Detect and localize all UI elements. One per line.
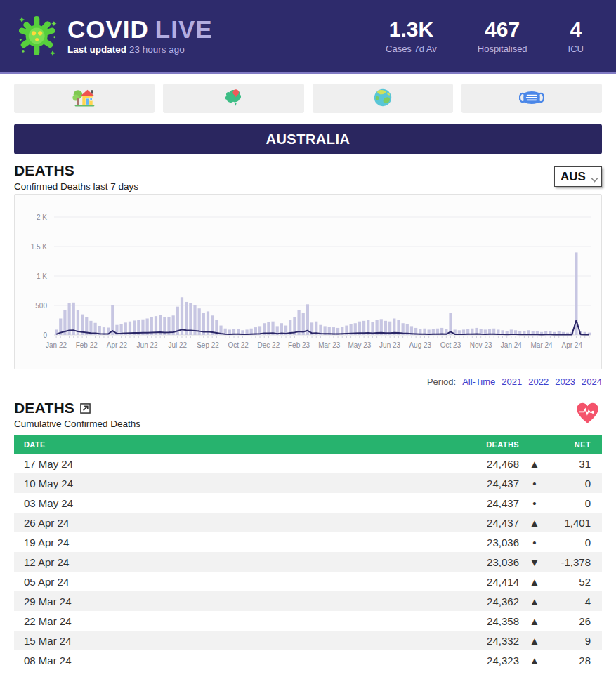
table-row[interactable]: 22 Mar 2424,358▲26 [14,611,602,631]
face-mask-icon [519,89,544,108]
popup-icon[interactable] [80,403,91,414]
cell-net: 31 [550,454,602,473]
x-axis-tick-label: Feb 22 [76,341,98,349]
column-header-deaths[interactable]: DEATHS [339,435,519,454]
period-link-2023[interactable]: 2023 [555,376,575,387]
deaths-chart: 05001 K1.5 K2 KJan 22Feb 22Apr 22Jun 22J… [14,194,602,369]
cell-date: 19 Apr 24 [14,532,339,552]
cell-net: 0 [550,493,602,513]
chart-section-subtitle: Confirmed Deaths last 7 days [14,181,602,192]
x-axis-tick-label: Nov 23 [470,341,492,349]
table-row[interactable]: 26 Apr 2424,437▲1,401 [14,513,602,532]
cell-net: 28 [550,650,602,670]
table-row[interactable]: 08 Mar 2424,323▲28 [14,650,602,670]
cell-date: 08 Mar 24 [14,650,339,670]
table-section-subtitle: Cumulative Confirmed Deaths [14,419,602,429]
last-updated-label: Last updated [67,44,126,55]
region-select[interactable]: AUS [554,166,602,187]
cell-deaths: 24,414 [339,572,519,591]
x-axis-tick-label: Jun 22 [137,341,158,349]
x-axis-tick-label: Oct 23 [440,341,461,349]
stat-value: 1.3K [386,18,437,41]
header-stats: 1.3KCases 7d Av467Hospitalised4ICU [386,18,616,54]
header-stat-icu: 4ICU [568,18,584,54]
column-header-net[interactable]: NET [519,435,602,454]
x-axis-tick-label: Feb 23 [288,341,310,349]
trend-up-icon: ▲ [519,650,550,670]
cell-net: 52 [550,572,602,591]
x-axis-tick-label: Sep 22 [197,341,219,349]
cell-net: 9 [550,631,602,650]
table-row[interactable]: 17 May 2424,468▲31 [14,454,602,473]
cell-net: 26 [550,611,602,631]
nav-button-home[interactable] [14,84,155,113]
region-banner-label: AUSTRALIA [266,131,350,147]
stat-label: Cases 7d Av [386,44,437,54]
australia-map-icon [221,87,245,110]
cell-deaths: 24,358 [339,611,519,631]
x-axis-tick-label: Mar 24 [530,341,553,349]
table-row[interactable]: 19 Apr 2423,036•0 [14,532,602,552]
stat-label: ICU [568,44,584,54]
trend-up-icon: ▲ [519,454,550,473]
trend-up-icon: ▲ [519,611,550,631]
table-row[interactable]: 15 Mar 2424,332▲9 [14,631,602,650]
deaths-table: DATE DEATHS NET 17 May 2424,468▲3110 May… [14,435,602,670]
cell-deaths: 24,437 [339,493,519,513]
x-axis-tick-label: Aug 23 [409,341,431,349]
cell-deaths: 24,332 [339,631,519,650]
nav-button-globe[interactable] [313,84,453,113]
period-link-2021[interactable]: 2021 [502,376,522,387]
trend-up-icon: ▲ [519,591,550,611]
table-row[interactable]: 29 Mar 2424,362▲4 [14,591,602,611]
cell-net: 0 [550,532,602,552]
table-row[interactable]: 05 Apr 2424,414▲52 [14,572,602,591]
table-header-row: DATE DEATHS NET [14,435,602,454]
x-axis-tick-label: Oct 22 [228,341,249,349]
x-axis-tick-label: Dec 22 [258,341,280,349]
cell-deaths: 24,362 [339,591,519,611]
chart-section-head: DEATHS Confirmed Deaths last 7 days AUS [14,162,602,192]
trend-flat-icon: • [519,473,550,493]
x-axis-tick-label: Jan 24 [501,341,522,349]
cell-date: 17 May 24 [14,454,339,473]
x-axis-tick-label: Apr 22 [107,341,128,349]
cell-net: -1,378 [550,552,602,572]
cell-deaths: 24,468 [339,454,519,473]
virus-logo-icon[interactable] [15,11,60,61]
x-axis-tick-label: Mar 23 [318,341,341,349]
x-axis-tick-label: Jun 23 [379,341,400,349]
y-axis-tick-label: 500 [35,302,47,310]
trend-down-icon: ▼ [519,552,550,572]
nav-button-face-mask[interactable] [461,84,602,113]
table-row[interactable]: 12 Apr 2423,036▼-1,378 [14,552,602,572]
cell-net: 0 [550,473,602,493]
chart-section-title: DEATHS [14,162,74,179]
heart-pulse-icon[interactable] [575,401,601,428]
nav-button-australia-map[interactable] [163,84,303,113]
y-axis-tick-label: 1.5 K [31,243,48,251]
header-stat-cases-7d-av: 1.3KCases 7d Av [386,18,437,54]
period-link-2022[interactable]: 2022 [528,376,549,387]
period-row: Period:All-Time2021202220232024 [14,376,602,387]
y-axis-tick-label: 2 K [37,213,47,221]
deaths-chart-svg: 05001 K1.5 K2 KJan 22Feb 22Apr 22Jun 22J… [15,195,600,369]
trend-up-icon: ▲ [519,572,550,591]
x-axis-tick-label: Apr 24 [562,341,583,349]
y-axis-tick-label: 0 [43,331,47,339]
trend-up-icon: ▲ [519,631,550,650]
table-row[interactable]: 10 May 2424,437•0 [14,473,602,493]
cell-date: 29 Mar 24 [14,591,339,611]
y-axis-tick-label: 1 K [37,272,47,280]
region-banner[interactable]: AUSTRALIA [14,124,602,154]
stat-label: Hospitalised [478,44,527,54]
x-axis-tick-label: Jan 22 [46,341,67,349]
table-row[interactable]: 03 May 2424,437•0 [14,493,602,513]
period-link-2024[interactable]: 2024 [582,376,602,387]
period-link-all-time[interactable]: All-Time [462,376,495,387]
main-nav [14,84,602,113]
cell-date: 12 Apr 24 [14,552,339,572]
cell-date: 05 Apr 24 [14,572,339,591]
page-title: COVIDLIVE [67,17,213,43]
column-header-date[interactable]: DATE [14,435,339,454]
